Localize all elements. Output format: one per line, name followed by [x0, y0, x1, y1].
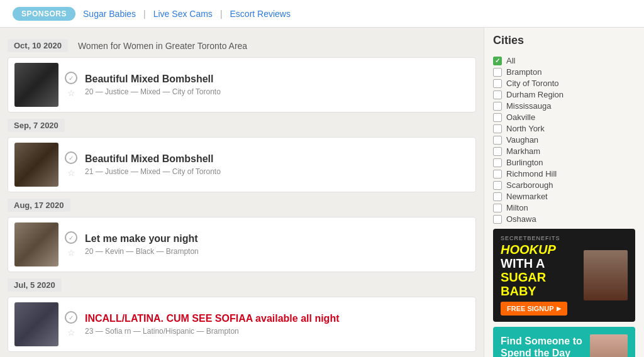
city-checkbox[interactable] — [493, 124, 502, 133]
city-checkbox[interactable] — [493, 147, 502, 156]
city-checkbox[interactable] — [493, 158, 502, 167]
listing-meta: 21 — Justice — Mixed — City of Toronto — [85, 167, 469, 176]
city-checkbox[interactable] — [493, 192, 502, 201]
nav-separator-2: | — [220, 9, 223, 19]
spend-day-ad-text: Find Someone to Spend the Day with — [501, 335, 585, 357]
free-signup-button[interactable]: FREE SIGNUP — [501, 302, 567, 316]
listing-thumb — [14, 143, 58, 187]
city-checkbox[interactable] — [493, 57, 502, 65]
listing-info: Beautiful Mixed Bombshell 21 — Justice —… — [85, 153, 469, 176]
city-label: Milton — [506, 203, 528, 212]
listing-card[interactable]: ✓ ☆ Let me make your night 20 — Kevin — … — [8, 217, 476, 272]
listing-title: INCALL/LATINA. CUM SEE SOFIAA available … — [85, 313, 469, 324]
sugar-babies-link[interactable]: Sugar Babies — [83, 9, 136, 19]
escort-reviews-link[interactable]: Escort Reviews — [230, 9, 291, 19]
hookup-ad-banner[interactable]: SECRETBENEFITS HOOKUP WITH A SUGAR BABY … — [493, 229, 635, 322]
verified-icon: ✓ — [65, 72, 77, 84]
city-label: Durham Region — [506, 90, 564, 99]
spend-day-ad-banner[interactable]: Find Someone to Spend the Day with — [493, 327, 635, 357]
sponsors-button[interactable]: SPONSORS — [13, 7, 75, 21]
city-checkbox[interactable] — [493, 102, 502, 111]
star-icon: ☆ — [67, 168, 75, 178]
city-item-burlington[interactable]: Burlington — [493, 158, 635, 167]
listing-thumb — [14, 222, 58, 266]
section-header-3: Aug, 17 2020 — [8, 199, 476, 212]
listing-icons: ✓ ☆ — [65, 72, 77, 98]
ad-model-image — [584, 250, 628, 300]
city-checkbox[interactable] — [493, 215, 502, 224]
main-layout: Oct, 10 2020 Women for Women in Greater … — [0, 28, 644, 357]
hookup-ad-text: SECRETBENEFITS HOOKUP WITH A SUGAR BABY … — [501, 235, 579, 316]
city-label: North York — [506, 124, 545, 133]
star-icon: ☆ — [67, 88, 75, 98]
listing-icons: ✓ ☆ — [65, 311, 77, 338]
listing-card[interactable]: ✓ ☆ Beautiful Mixed Bombshell 20 — Justi… — [8, 57, 476, 113]
city-checkbox[interactable] — [493, 204, 502, 212]
city-label: Newmarket — [506, 192, 548, 201]
city-checkbox[interactable] — [493, 181, 502, 190]
city-item-durham-region[interactable]: Durham Region — [493, 90, 635, 99]
city-item-markham[interactable]: Markham — [493, 146, 635, 156]
listing-title: Beautiful Mixed Bombshell — [85, 153, 469, 165]
ad-hookup-word: HOOKUP — [501, 243, 556, 256]
city-item-oakville[interactable]: Oakville — [493, 113, 635, 122]
listing-info: Let me make your night 20 — Kevin — Blac… — [85, 233, 469, 256]
city-checkbox[interactable] — [493, 79, 502, 88]
city-label: Oakville — [506, 113, 535, 122]
city-label: Oshawa — [506, 214, 536, 224]
city-item-mississauga[interactable]: Mississauga — [493, 101, 635, 111]
ad-brand: SECRETBENEFITS — [501, 235, 579, 241]
listing-title: Let me make your night — [85, 233, 469, 244]
city-item-brampton[interactable]: Brampton — [493, 67, 635, 77]
star-icon: ☆ — [67, 327, 75, 338]
city-checkbox[interactable] — [493, 68, 502, 77]
city-label: Brampton — [506, 67, 541, 77]
city-item-all[interactable]: All — [493, 56, 635, 65]
city-item-north-york[interactable]: North York — [493, 124, 635, 133]
listing-icons: ✓ ☆ — [65, 151, 77, 178]
date-label-4: Jul, 5 2020 — [8, 278, 62, 292]
listing-info: Beautiful Mixed Bombshell 20 — Justice —… — [85, 74, 469, 96]
section-header-1: Oct, 10 2020 Women for Women in Greater … — [8, 39, 476, 52]
city-label: City of Toronto — [506, 79, 559, 88]
live-sex-cams-link[interactable]: Live Sex Cams — [153, 9, 213, 19]
listing-title: Beautiful Mixed Bombshell — [85, 74, 469, 85]
right-sidebar: Cities AllBramptonCity of TorontoDurham … — [484, 28, 644, 357]
city-label: Mississauga — [506, 101, 552, 111]
section-header-4: Jul, 5 2020 — [8, 278, 476, 292]
listing-meta: 20 — Justice — Mixed — City of Toronto — [85, 87, 469, 96]
verified-icon: ✓ — [65, 151, 77, 164]
top-nav: SPONSORS Sugar Babies | Live Sex Cams | … — [0, 0, 644, 28]
city-item-milton[interactable]: Milton — [493, 203, 635, 212]
content-area: Oct, 10 2020 Women for Women in Greater … — [0, 28, 484, 357]
city-label: Markham — [506, 146, 540, 156]
listing-card[interactable]: ✓ ☆ INCALL/LATINA. CUM SEE SOFIAA availa… — [8, 297, 476, 352]
city-checkbox[interactable] — [493, 91, 502, 99]
verified-icon: ✓ — [65, 311, 77, 324]
listing-meta: 23 — Sofia rn — Latino/Hispanic — Brampt… — [85, 327, 469, 336]
listing-card[interactable]: ✓ ☆ Beautiful Mixed Bombshell 21 — Justi… — [8, 137, 476, 192]
ad-headline: HOOKUP WITH A SUGAR BABY — [501, 243, 579, 298]
city-checkbox[interactable] — [493, 170, 502, 178]
ad-with-word: WITH A — [501, 256, 545, 270]
city-label: Burlington — [506, 158, 543, 167]
thumb-image — [14, 143, 58, 187]
city-item-richmond-hill[interactable]: Richmond Hill — [493, 169, 635, 178]
thumb-image — [14, 302, 58, 346]
city-item-vaughan[interactable]: Vaughan — [493, 135, 635, 145]
verified-icon: ✓ — [65, 231, 77, 244]
city-label: All — [506, 56, 515, 65]
city-item-oshawa[interactable]: Oshawa — [493, 214, 635, 224]
city-item-scarborough[interactable]: Scarborough — [493, 180, 635, 190]
city-item-newmarket[interactable]: Newmarket — [493, 192, 635, 201]
city-item-city-of-toronto[interactable]: City of Toronto — [493, 79, 635, 88]
date-label-1: Oct, 10 2020 — [8, 39, 68, 52]
city-checkbox[interactable] — [493, 136, 502, 145]
city-list: AllBramptonCity of TorontoDurham RegionM… — [493, 56, 635, 224]
nav-separator-1: | — [143, 9, 146, 19]
city-checkbox[interactable] — [493, 113, 502, 122]
date-label-3: Aug, 17 2020 — [8, 199, 70, 212]
date-label-2: Sep, 7 2020 — [8, 119, 65, 132]
section-header-2: Sep, 7 2020 — [8, 119, 476, 132]
listing-thumb — [14, 63, 58, 107]
